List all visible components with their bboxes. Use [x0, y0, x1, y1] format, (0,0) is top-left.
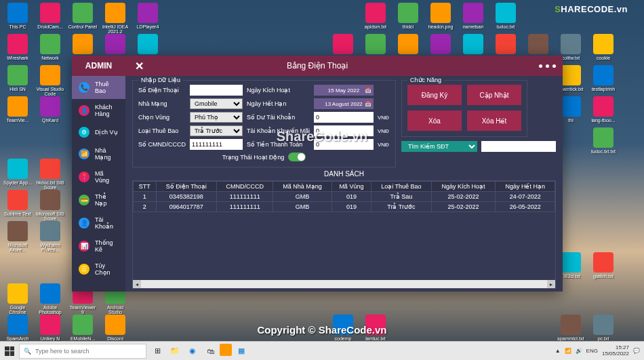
label-loaithuebao: Loại Thuê Bao — [138, 127, 186, 134]
sidebar-label-2: Dịch Vụ — [95, 129, 118, 136]
table-wrap: STTSố Điện ThoạiCMND/CCCDMã Nhà MạngMã V… — [132, 180, 556, 289]
tray-clock[interactable]: 15:27 15/05/2022 — [602, 345, 629, 357]
desktop-icon[interactable]: EMobileN... — [68, 315, 98, 341]
desktop-icon[interactable]: apidsm.txt — [361, 3, 390, 29]
input-sdt[interactable] — [190, 85, 243, 96]
sidebar-label-1: Khách Hàng — [95, 104, 119, 117]
sidebar-item-5[interactable]: 💳Thẻ Nạp — [72, 188, 125, 212]
desktop-icon[interactable]: tudoc.txt — [491, 3, 521, 29]
input-cmnd[interactable] — [190, 139, 243, 150]
desktop-icon[interactable]: cookie — [588, 34, 618, 60]
sidebar-icon-2: ⚙ — [79, 127, 89, 138]
sidebar-item-1[interactable]: 👤Khách Hàng — [72, 99, 125, 122]
explorer-icon[interactable]: 📁 — [167, 344, 183, 359]
sidebar-nav: 📞Thuê Bao👤Khách Hàng⚙Dịch Vụ📶Nhà Mạng📍Mã… — [72, 76, 125, 292]
sidebar-item-4[interactable]: 📍Mã Vùng — [72, 165, 125, 188]
desktop-icon[interactable]: Discord — [100, 315, 130, 341]
window-dots[interactable] — [539, 64, 556, 68]
desktop-icon[interactable]: Microsoft Azure... — [3, 221, 33, 252]
sidebar: ADMIN 📞Thuê Bao👤Khách Hàng⚙Dịch Vụ📶Nhà M… — [72, 56, 125, 292]
tray-up-icon[interactable]: ▲ — [555, 348, 561, 354]
desktop-icon[interactable]: Wycharm Profes... — [35, 221, 65, 252]
date-ngaykh[interactable]: 15 May 2022 — [314, 85, 374, 96]
search-input[interactable] — [481, 141, 556, 152]
col-header: Mã Vùng — [331, 182, 371, 192]
taskbar-search-input[interactable] — [35, 348, 142, 355]
sidebar-item-7[interactable]: 📊Thống Kê — [72, 235, 125, 258]
watermark-bottom: Copyright © ShareCode.vn — [257, 324, 386, 336]
select-nhamang[interactable]: Gmobile — [190, 98, 243, 109]
tray-volume-icon[interactable]: 🔊 — [576, 348, 582, 354]
desktop-icon[interactable]: thidcl — [393, 3, 423, 29]
scroll-right-icon[interactable]: ► — [547, 280, 555, 288]
titlebar: ✕ Bảng Điện Thoại — [125, 56, 563, 76]
btn-capnhat[interactable]: Cập Nhật — [467, 85, 521, 105]
sidebar-item-8[interactable]: ☰Tùy Chọn — [72, 258, 125, 281]
label-sodu: Số Dư Tài Khoản — [247, 114, 310, 121]
btn-dangky[interactable]: Đăng Ký — [407, 85, 462, 105]
table-row[interactable]: 20964017787111111111GMB019Trả Trước25-02… — [133, 202, 555, 212]
app-icon[interactable]: ▦ — [233, 344, 249, 359]
unit-vnd-2: VNĐ — [378, 128, 390, 134]
btn-xoahet[interactable]: Xóa Hết — [467, 111, 521, 131]
sublime-icon[interactable] — [220, 344, 232, 356]
taskbar-search[interactable]: 🔍 — [19, 344, 146, 359]
desktop-icon[interactable]: TeamVie... — [3, 96, 33, 123]
task-view-icon[interactable]: ⊞ — [149, 344, 165, 359]
desktop-icon[interactable]: QhKard — [35, 96, 65, 123]
desktop-icon[interactable]: giatinh.txt — [588, 252, 618, 279]
col-header: Ngày Hết Hạn — [496, 182, 555, 192]
sidebar-item-2[interactable]: ⚙Dịch Vụ — [72, 122, 125, 142]
label-ngaykh: Ngày Kích Hoạt — [247, 87, 310, 94]
sidebar-item-3[interactable]: 📶Nhà Mạng — [72, 142, 125, 165]
data-table: STTSố Điện ThoạiCMND/CCCDMã Nhà MạngMã V… — [133, 181, 555, 212]
select-loaithuebao[interactable]: Trả Trước — [190, 125, 243, 136]
desktop-icon[interactable]: Unikey N — [35, 315, 65, 341]
table-row[interactable]: 10345382198111111111GMB019Trả Sau25-02-2… — [133, 192, 555, 202]
desktop-icon[interactable]: Google Chrome — [3, 283, 33, 315]
desktop-icon[interactable]: testlaptrinh — [588, 65, 618, 92]
desktop-icon[interactable]: tudoc.txt.txt — [588, 127, 618, 154]
desktop-icon[interactable]: This PC — [3, 3, 33, 29]
sidebar-item-0[interactable]: 📞Thuê Bao — [72, 76, 125, 99]
start-button[interactable] — [0, 342, 19, 361]
tray-notif-icon[interactable]: 💬 — [633, 348, 640, 354]
toggle-trangthai[interactable] — [288, 153, 306, 161]
desktop-icon[interactable]: Visual Studio Code — [35, 65, 65, 96]
desktop-icon[interactable]: LDPlayer4 — [133, 3, 163, 29]
desktop-icon[interactable]: hkdoc.txt SIB Score — [35, 159, 65, 190]
desktop-icon[interactable]: Network — [35, 34, 65, 60]
desktop-icon[interactable]: Spyder App... — [3, 159, 33, 185]
close-icon[interactable]: ✕ — [135, 60, 144, 73]
input-sodu[interactable] — [314, 112, 374, 123]
desktop-icon[interactable]: Microsoft SIB Score — [35, 190, 65, 221]
desktop-icon[interactable]: headcn.png — [426, 3, 456, 29]
scroll-left-icon[interactable]: ◄ — [133, 280, 141, 288]
h-scrollbar[interactable]: ◄ ► — [133, 280, 555, 288]
sidebar-item-6[interactable]: 👤Tài Khoản — [72, 212, 125, 235]
desktop-icon[interactable]: Wireshark — [3, 34, 33, 60]
desktop-icon[interactable]: pc.txt — [588, 315, 618, 341]
sidebar-icon-3: 📶 — [79, 148, 89, 159]
desktop-icon[interactable]: Hidi SN — [3, 65, 33, 92]
sidebar-icon-5: 💳 — [79, 195, 89, 205]
store-icon[interactable]: 🛍 — [202, 344, 218, 359]
search-select[interactable]: Tìm Kiếm SĐT — [401, 141, 477, 152]
windows-icon — [5, 346, 14, 356]
btn-xoa[interactable]: Xóa — [407, 111, 462, 131]
taskbar-icons: ⊞ 📁 ◉ 🛍 ▦ — [149, 344, 249, 359]
desktop-icon[interactable]: spammict.txt — [556, 315, 586, 341]
select-chonvung[interactable]: Phú Thọ — [190, 112, 243, 123]
desktop-icon[interactable]: Sublime Text — [3, 190, 33, 216]
label-nhamang: Nhà Mạng — [138, 100, 186, 107]
desktop-icon[interactable]: IntelliJ IDEA 2021.2 — [100, 3, 130, 34]
desktop-icon[interactable]: nametsan — [458, 3, 488, 29]
desktop-icon[interactable]: DroidCam... — [35, 3, 65, 29]
desktop-icon[interactable]: lang-tboo... — [588, 96, 618, 123]
tray-lang[interactable]: ENG — [586, 348, 598, 354]
desktop-icon[interactable]: Control Panel — [68, 3, 98, 29]
edge-icon[interactable]: ◉ — [184, 344, 201, 359]
desktop-icon[interactable]: Adobe Photoshop — [35, 283, 65, 315]
tray-wifi-icon[interactable]: 📶 — [565, 348, 571, 354]
date-ngayhh[interactable]: 13 August 2022 — [314, 98, 374, 109]
